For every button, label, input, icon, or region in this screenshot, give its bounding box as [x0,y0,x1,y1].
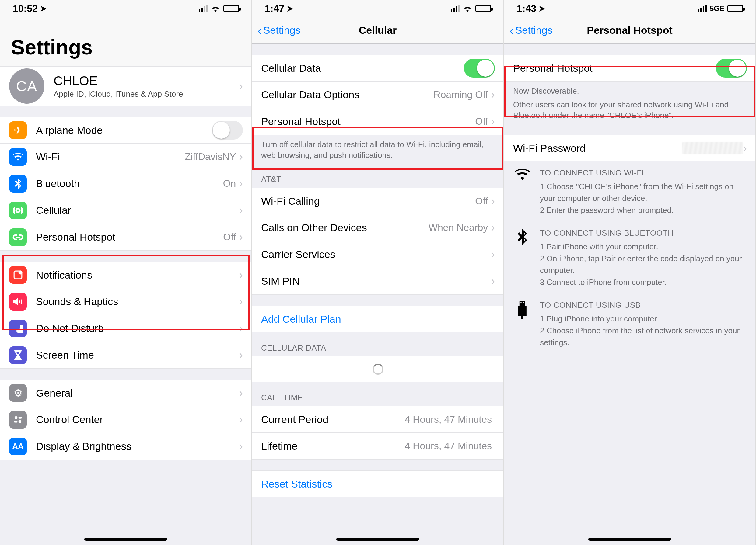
row-value: Off [475,116,488,127]
sounds-row[interactable]: Sounds & Haptics › [0,288,251,315]
control-center-row[interactable]: Control Center › [0,406,251,433]
status-time: 1:43 [517,3,536,14]
row-label: Do Not Disturb [36,322,239,334]
cellular-data-toggle[interactable] [464,59,495,78]
dnd-row[interactable]: Do Not Disturb › [0,315,251,342]
status-bar: 10:52 ➤ [0,0,251,17]
bluetooth-icon [9,175,27,193]
group-header: CELLULAR DATA [252,332,503,356]
row-label: Sounds & Haptics [36,295,239,307]
row-label: Control Center [36,414,239,425]
personal-hotspot-row[interactable]: Personal Hotspot Off › [0,224,251,251]
wifi-password-row[interactable]: Wi-Fi Password › [504,135,755,162]
settings-panel: 10:52 ➤ Settings CA CHLOE Apple ID, iClo… [0,0,252,545]
screen-time-row[interactable]: Screen Time › [0,342,251,368]
airplane-mode-row[interactable]: ✈︎ Airplane Mode [0,117,251,144]
svg-rect-8 [523,302,524,303]
airplane-toggle[interactable] [212,121,243,140]
wifi-calling-row[interactable]: Wi-Fi Calling Off › [252,188,503,215]
sounds-icon [9,293,27,310]
link-label: Add Cellular Plan [261,313,341,325]
svg-rect-7 [520,302,521,303]
chevron-right-icon: › [239,80,243,93]
wifi-row[interactable]: Wi-Fi ZiffDavisNY › [0,144,251,170]
row-value: Roaming Off [433,89,488,100]
bluetooth-row[interactable]: Bluetooth On › [0,170,251,197]
row-label: General [36,387,239,399]
row-label: Personal Hotspot [36,231,223,243]
reset-stats-link[interactable]: Reset Statistics [252,470,503,497]
moon-icon [9,320,27,337]
chevron-right-icon: › [239,177,243,190]
alerts-group: Notifications › Sounds & Haptics › Do No… [0,262,251,368]
cellular-data-row[interactable]: Cellular Data [252,55,503,82]
general-row[interactable]: ⚙︎ General › [0,379,251,406]
hotspot-toggle[interactable] [716,59,747,78]
sim-pin-row[interactable]: SIM PIN › [252,268,503,295]
instruction-step: 1 Plug iPhone into your computer. [540,313,746,325]
add-plan-link[interactable]: Add Cellular Plan [252,306,503,332]
instruction-title: TO CONNECT USING WI-FI [540,167,746,179]
display-row[interactable]: AA Display & Brightness › [0,433,251,460]
carrier-services-row[interactable]: Carrier Services › [252,241,503,268]
row-value: Off [223,232,236,243]
back-button[interactable]: ‹ Settings [257,17,301,44]
svg-point-2 [15,416,18,419]
chevron-left-icon: ‹ [509,25,514,36]
row-label: Notifications [36,269,239,281]
nav-bar: ‹ Settings Personal Hotspot [504,17,755,44]
row-label: Bluetooth [36,178,223,190]
loading-row [252,356,503,382]
chevron-right-icon: › [239,386,243,400]
hourglass-icon [9,346,27,364]
calls-other-devices-row[interactable]: Calls on Other Devices When Nearby › [252,215,503,241]
signal-icon [451,5,460,12]
home-indicator[interactable] [588,538,671,541]
home-indicator[interactable] [84,538,167,541]
chevron-right-icon: › [239,322,243,335]
row-value: 4 Hours, 47 Minutes [405,414,492,425]
svg-point-1 [19,271,23,274]
instruction-title: TO CONNECT USING BLUETOOTH [540,227,746,239]
hotspot-toggle-row[interactable]: Personal Hotspot [504,55,755,82]
connectivity-group: ✈︎ Airplane Mode Wi-Fi ZiffDavisNY › Blu… [0,117,251,251]
spinner-icon [373,364,383,375]
chevron-left-icon: ‹ [257,25,262,36]
status-bar: 1:47 ➤ [252,0,503,17]
instructions-wifi: TO CONNECT USING WI-FI 1 Choose "CHLOE's… [504,162,755,222]
notifications-icon [9,266,27,284]
home-indicator[interactable] [336,538,419,541]
status-time: 10:52 [13,3,38,14]
back-button[interactable]: ‹ Settings [509,17,553,44]
cellular-panel: 1:47 ➤ ‹ Settings Cellular Cellular Data… [252,0,504,545]
chevron-right-icon: › [743,142,747,155]
instruction-title: TO CONNECT USING USB [540,299,746,311]
location-icon: ➤ [40,4,47,13]
hotspot-panel: 1:43 ➤ 5GE ‹ Settings Personal Hotspot P… [504,0,756,545]
cellular-options-row[interactable]: Cellular Data Options Roaming Off › [252,82,503,108]
svg-rect-6 [520,301,525,306]
row-label: Airplane Mode [36,124,212,136]
row-label: Cellular Data [261,62,464,74]
current-period-row: Current Period 4 Hours, 47 Minutes [252,406,503,433]
signal-icon [199,5,208,12]
personal-hotspot-row[interactable]: Personal Hotspot Off › [252,108,503,135]
gear-icon: ⚙︎ [9,384,27,402]
apple-id-row[interactable]: CA CHLOE Apple ID, iCloud, iTunes & App … [0,66,251,106]
display-icon: AA [9,438,27,455]
row-label: Screen Time [36,349,239,361]
row-label: SIM PIN [261,275,491,287]
row-label: Lifetime [261,440,405,452]
notifications-row[interactable]: Notifications › [0,262,251,288]
location-icon: ➤ [539,4,545,13]
switches-icon [9,411,27,428]
chevron-right-icon: › [491,221,495,234]
chevron-right-icon: › [239,348,243,361]
wifi-status-icon [211,5,220,12]
instructions-bluetooth: TO CONNECT USING BLUETOOTH 1 Pair iPhone… [504,222,755,294]
back-label: Settings [515,24,553,36]
bluetooth-icon [513,227,531,245]
cellular-row[interactable]: Cellular › [0,197,251,224]
row-label: Wi-Fi [36,151,185,163]
chevron-right-icon: › [239,440,243,453]
